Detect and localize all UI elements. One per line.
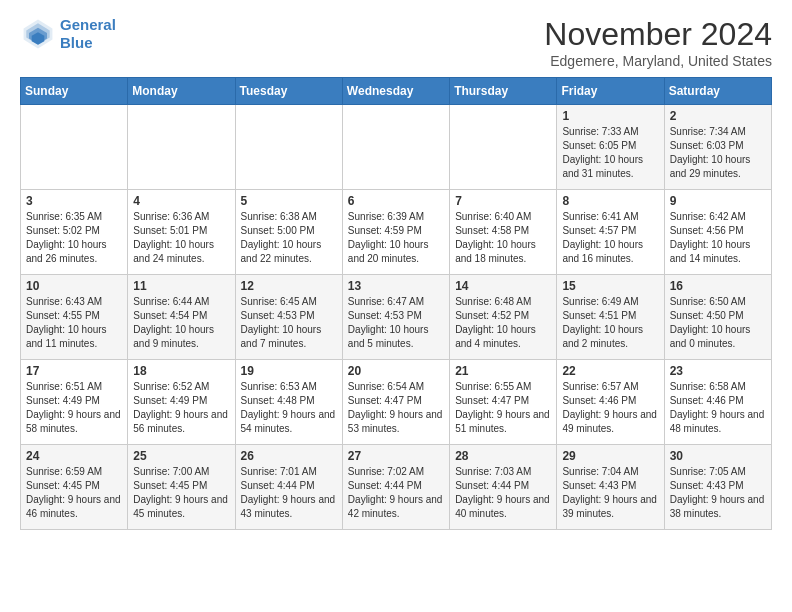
day-cell: [342, 105, 449, 190]
day-number: 30: [670, 449, 766, 463]
week-row-5: 24Sunrise: 6:59 AMSunset: 4:45 PMDayligh…: [21, 445, 772, 530]
cell-text: Sunrise: 6:59 AMSunset: 4:45 PMDaylight:…: [26, 465, 122, 521]
day-cell: 2Sunrise: 7:34 AMSunset: 6:03 PMDaylight…: [664, 105, 771, 190]
day-cell: 3Sunrise: 6:35 AMSunset: 5:02 PMDaylight…: [21, 190, 128, 275]
cell-text: Sunrise: 7:00 AMSunset: 4:45 PMDaylight:…: [133, 465, 229, 521]
cell-text: Sunrise: 6:57 AMSunset: 4:46 PMDaylight:…: [562, 380, 658, 436]
weekday-header-tuesday: Tuesday: [235, 78, 342, 105]
weekday-header-sunday: Sunday: [21, 78, 128, 105]
day-number: 22: [562, 364, 658, 378]
day-number: 10: [26, 279, 122, 293]
day-cell: 28Sunrise: 7:03 AMSunset: 4:44 PMDayligh…: [450, 445, 557, 530]
cell-text: Sunrise: 6:39 AMSunset: 4:59 PMDaylight:…: [348, 210, 444, 266]
weekday-header-friday: Friday: [557, 78, 664, 105]
day-cell: [128, 105, 235, 190]
day-number: 23: [670, 364, 766, 378]
day-cell: [21, 105, 128, 190]
week-row-3: 10Sunrise: 6:43 AMSunset: 4:55 PMDayligh…: [21, 275, 772, 360]
day-cell: 4Sunrise: 6:36 AMSunset: 5:01 PMDaylight…: [128, 190, 235, 275]
week-row-4: 17Sunrise: 6:51 AMSunset: 4:49 PMDayligh…: [21, 360, 772, 445]
day-number: 20: [348, 364, 444, 378]
logo-icon: [20, 16, 56, 52]
day-cell: 24Sunrise: 6:59 AMSunset: 4:45 PMDayligh…: [21, 445, 128, 530]
weekday-header-wednesday: Wednesday: [342, 78, 449, 105]
cell-text: Sunrise: 6:47 AMSunset: 4:53 PMDaylight:…: [348, 295, 444, 351]
day-number: 1: [562, 109, 658, 123]
cell-text: Sunrise: 7:03 AMSunset: 4:44 PMDaylight:…: [455, 465, 551, 521]
day-cell: 13Sunrise: 6:47 AMSunset: 4:53 PMDayligh…: [342, 275, 449, 360]
cell-text: Sunrise: 7:04 AMSunset: 4:43 PMDaylight:…: [562, 465, 658, 521]
day-cell: 23Sunrise: 6:58 AMSunset: 4:46 PMDayligh…: [664, 360, 771, 445]
day-number: 6: [348, 194, 444, 208]
day-number: 25: [133, 449, 229, 463]
day-number: 13: [348, 279, 444, 293]
cell-text: Sunrise: 6:36 AMSunset: 5:01 PMDaylight:…: [133, 210, 229, 266]
day-cell: 26Sunrise: 7:01 AMSunset: 4:44 PMDayligh…: [235, 445, 342, 530]
day-cell: 27Sunrise: 7:02 AMSunset: 4:44 PMDayligh…: [342, 445, 449, 530]
cell-text: Sunrise: 6:42 AMSunset: 4:56 PMDaylight:…: [670, 210, 766, 266]
weekday-header-thursday: Thursday: [450, 78, 557, 105]
calendar-body: 1Sunrise: 7:33 AMSunset: 6:05 PMDaylight…: [21, 105, 772, 530]
day-cell: 7Sunrise: 6:40 AMSunset: 4:58 PMDaylight…: [450, 190, 557, 275]
day-cell: 6Sunrise: 6:39 AMSunset: 4:59 PMDaylight…: [342, 190, 449, 275]
weekday-row: SundayMondayTuesdayWednesdayThursdayFrid…: [21, 78, 772, 105]
day-cell: 11Sunrise: 6:44 AMSunset: 4:54 PMDayligh…: [128, 275, 235, 360]
cell-text: Sunrise: 7:34 AMSunset: 6:03 PMDaylight:…: [670, 125, 766, 181]
cell-text: Sunrise: 7:02 AMSunset: 4:44 PMDaylight:…: [348, 465, 444, 521]
day-cell: 16Sunrise: 6:50 AMSunset: 4:50 PMDayligh…: [664, 275, 771, 360]
day-cell: [450, 105, 557, 190]
day-cell: 20Sunrise: 6:54 AMSunset: 4:47 PMDayligh…: [342, 360, 449, 445]
cell-text: Sunrise: 6:55 AMSunset: 4:47 PMDaylight:…: [455, 380, 551, 436]
day-cell: 25Sunrise: 7:00 AMSunset: 4:45 PMDayligh…: [128, 445, 235, 530]
weekday-header-monday: Monday: [128, 78, 235, 105]
cell-text: Sunrise: 6:40 AMSunset: 4:58 PMDaylight:…: [455, 210, 551, 266]
day-number: 24: [26, 449, 122, 463]
title-block: November 2024 Edgemere, Maryland, United…: [544, 16, 772, 69]
day-number: 11: [133, 279, 229, 293]
day-number: 17: [26, 364, 122, 378]
logo-text: General Blue: [60, 16, 116, 52]
day-cell: 14Sunrise: 6:48 AMSunset: 4:52 PMDayligh…: [450, 275, 557, 360]
cell-text: Sunrise: 7:33 AMSunset: 6:05 PMDaylight:…: [562, 125, 658, 181]
weekday-header-saturday: Saturday: [664, 78, 771, 105]
cell-text: Sunrise: 6:44 AMSunset: 4:54 PMDaylight:…: [133, 295, 229, 351]
day-number: 26: [241, 449, 337, 463]
day-cell: 18Sunrise: 6:52 AMSunset: 4:49 PMDayligh…: [128, 360, 235, 445]
cell-text: Sunrise: 6:54 AMSunset: 4:47 PMDaylight:…: [348, 380, 444, 436]
calendar: SundayMondayTuesdayWednesdayThursdayFrid…: [20, 77, 772, 530]
cell-text: Sunrise: 7:05 AMSunset: 4:43 PMDaylight:…: [670, 465, 766, 521]
day-number: 28: [455, 449, 551, 463]
day-cell: 12Sunrise: 6:45 AMSunset: 4:53 PMDayligh…: [235, 275, 342, 360]
cell-text: Sunrise: 6:49 AMSunset: 4:51 PMDaylight:…: [562, 295, 658, 351]
day-cell: 1Sunrise: 7:33 AMSunset: 6:05 PMDaylight…: [557, 105, 664, 190]
day-number: 12: [241, 279, 337, 293]
day-number: 16: [670, 279, 766, 293]
day-number: 15: [562, 279, 658, 293]
day-cell: 5Sunrise: 6:38 AMSunset: 5:00 PMDaylight…: [235, 190, 342, 275]
day-number: 4: [133, 194, 229, 208]
day-cell: [235, 105, 342, 190]
day-cell: 21Sunrise: 6:55 AMSunset: 4:47 PMDayligh…: [450, 360, 557, 445]
cell-text: Sunrise: 6:41 AMSunset: 4:57 PMDaylight:…: [562, 210, 658, 266]
day-number: 29: [562, 449, 658, 463]
month-title: November 2024: [544, 16, 772, 53]
header: General Blue November 2024 Edgemere, Mar…: [20, 16, 772, 69]
cell-text: Sunrise: 6:51 AMSunset: 4:49 PMDaylight:…: [26, 380, 122, 436]
day-cell: 22Sunrise: 6:57 AMSunset: 4:46 PMDayligh…: [557, 360, 664, 445]
cell-text: Sunrise: 6:52 AMSunset: 4:49 PMDaylight:…: [133, 380, 229, 436]
calendar-header: SundayMondayTuesdayWednesdayThursdayFrid…: [21, 78, 772, 105]
day-number: 8: [562, 194, 658, 208]
day-number: 21: [455, 364, 551, 378]
cell-text: Sunrise: 6:48 AMSunset: 4:52 PMDaylight:…: [455, 295, 551, 351]
day-number: 3: [26, 194, 122, 208]
page: General Blue November 2024 Edgemere, Mar…: [0, 0, 792, 546]
day-cell: 29Sunrise: 7:04 AMSunset: 4:43 PMDayligh…: [557, 445, 664, 530]
day-number: 19: [241, 364, 337, 378]
cell-text: Sunrise: 6:58 AMSunset: 4:46 PMDaylight:…: [670, 380, 766, 436]
logo-blue-word: Blue: [60, 34, 93, 51]
cell-text: Sunrise: 6:50 AMSunset: 4:50 PMDaylight:…: [670, 295, 766, 351]
logo: General Blue: [20, 16, 116, 52]
cell-text: Sunrise: 7:01 AMSunset: 4:44 PMDaylight:…: [241, 465, 337, 521]
week-row-2: 3Sunrise: 6:35 AMSunset: 5:02 PMDaylight…: [21, 190, 772, 275]
day-number: 18: [133, 364, 229, 378]
